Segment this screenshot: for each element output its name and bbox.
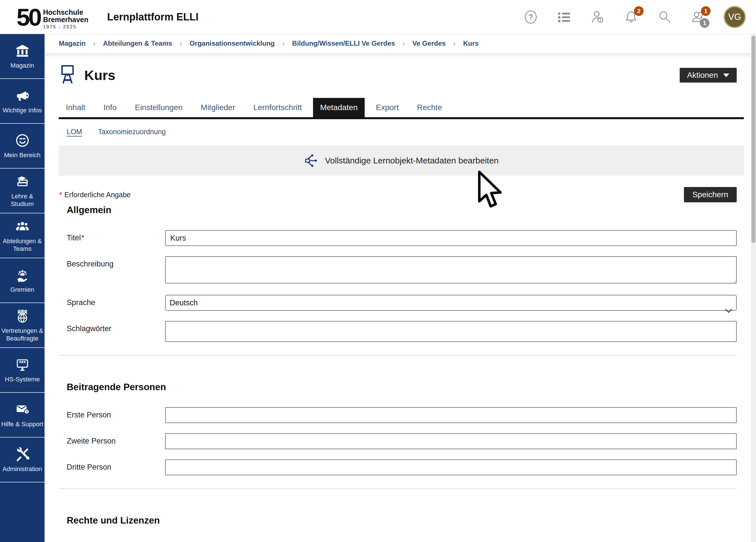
contacts-button[interactable]: 1 1	[690, 9, 706, 25]
search-button[interactable]	[657, 9, 673, 25]
vertical-scrollbar-track[interactable]	[751, 34, 756, 542]
user-status-button[interactable]: !	[590, 9, 606, 25]
tab-rechte[interactable]: Rechte	[410, 98, 449, 117]
section-beitragende: Beitragende Personen	[67, 382, 744, 392]
schlagwoerter-label: Schlagwörter	[59, 321, 165, 333]
logo-line2: Bremerhaven	[43, 16, 89, 23]
zweite-person-label: Zweite Person	[59, 433, 165, 446]
svg-text:!: !	[600, 17, 601, 23]
committee-icon	[15, 267, 30, 283]
app-title: Lernplattform ELLI	[107, 11, 198, 23]
sidebar-item-gremien[interactable]: Gremien	[0, 258, 45, 303]
tab-lernfortschritt[interactable]: Lernfortschritt	[246, 98, 309, 117]
metadata-hub-icon	[304, 153, 319, 168]
breadcrumb-separator: ›	[180, 39, 182, 48]
svg-text:?: ?	[25, 410, 28, 414]
monitor-icon: ***	[15, 357, 30, 373]
user-status-icon: !	[590, 10, 605, 24]
subtab-taxonomiezuordnung[interactable]: Taxonomiezuordnung	[98, 128, 166, 136]
tab-metadaten[interactable]: Metadaten	[313, 98, 365, 117]
tools-icon	[15, 446, 30, 462]
edit-full-metadata-banner[interactable]: Vollständige Lernobjekt-Metadaten bearbe…	[59, 146, 744, 176]
help-icon: ?	[523, 10, 538, 24]
help-button[interactable]: ?	[523, 9, 539, 25]
breadcrumb-separator: ›	[453, 39, 456, 48]
tab-bar: Inhalt Info Einstellungen Mitglieder Ler…	[59, 98, 744, 119]
sidebar-item-hilfe-support[interactable]: ? Hilfe & Support	[0, 393, 45, 438]
breadcrumb-separator: ›	[93, 39, 96, 48]
list-button[interactable]	[556, 9, 572, 25]
banner-label: Vollständige Lernobjekt-Metadaten bearbe…	[325, 156, 499, 165]
bank-icon	[15, 43, 30, 59]
megaphone-icon	[15, 88, 30, 104]
tab-inhalt[interactable]: Inhalt	[59, 98, 93, 117]
sidebar-item-lehre-studium[interactable]: Lehre & Studium	[0, 169, 45, 213]
tab-export[interactable]: Export	[369, 98, 406, 117]
contacts-badge-bottom: 1	[700, 18, 709, 28]
sidebar-item-mein-bereich[interactable]: Mein Bereich	[0, 124, 45, 169]
breadcrumb-link[interactable]: Abteilungen & Teams	[103, 39, 172, 47]
sidebar-item-administration[interactable]: Administration	[0, 438, 45, 482]
breadcrumb-link[interactable]: Bildung/Wissen/ELLI Ve Gerdes	[292, 39, 395, 47]
beschreibung-textarea[interactable]	[165, 256, 737, 283]
breadcrumb-current[interactable]: Kurs	[463, 39, 479, 47]
actions-button[interactable]: Aktionen	[680, 68, 737, 83]
zweite-person-input[interactable]	[165, 433, 737, 449]
tab-info[interactable]: Info	[96, 98, 124, 117]
titel-required-asterisk: *	[81, 234, 85, 242]
sidebar-item-magazin[interactable]: Magazin	[0, 34, 45, 79]
language-select[interactable]: Deutsch	[165, 295, 737, 311]
breadcrumb-link[interactable]: Magazin	[59, 39, 86, 47]
titel-label: Titel*	[59, 230, 165, 242]
field-row-sprache: Sprache Deutsch	[59, 295, 744, 311]
dritte-person-input[interactable]	[165, 459, 737, 475]
breadcrumb-divider	[45, 53, 756, 56]
field-row-zweite-person: Zweite Person	[59, 433, 744, 449]
tab-einstellungen[interactable]: Einstellungen	[128, 98, 190, 117]
breadcrumb-link[interactable]: Organisationsentwicklung	[190, 39, 275, 47]
notifications-badge: 2	[634, 6, 644, 16]
save-button[interactable]: Speichern	[684, 187, 737, 202]
titel-input[interactable]	[165, 230, 737, 246]
beschreibung-label: Beschreibung	[59, 256, 165, 268]
erste-person-input[interactable]	[165, 407, 737, 423]
field-row-titel: Titel*	[59, 230, 744, 246]
main-content: Magazin › Abteilungen & Teams › Organisa…	[45, 34, 756, 542]
field-row-schlagwoerter: Schlagwörter	[59, 321, 744, 342]
university-logo[interactable]: 50 Hochschule Bremerhaven 1975 - 2025	[16, 5, 88, 30]
erste-person-label: Erste Person	[59, 407, 165, 419]
breadcrumb-separator: ›	[402, 39, 405, 48]
mail-help-icon: ?	[15, 402, 30, 417]
logo-years: 1975 - 2025	[43, 25, 89, 30]
vertical-scrollbar-thumb[interactable]	[751, 36, 755, 243]
required-note: *Erforderliche Angabe	[59, 191, 131, 199]
actions-button-label: Aktionen	[687, 71, 718, 80]
breadcrumb-separator: ›	[282, 39, 285, 48]
people-icon	[15, 219, 30, 234]
section-divider	[59, 488, 737, 489]
tab-mitglieder[interactable]: Mitglieder	[194, 98, 242, 117]
books-icon	[15, 174, 30, 190]
breadcrumb-link[interactable]: Ve Gerdes	[412, 39, 446, 47]
chevron-down-icon	[723, 73, 729, 77]
schlagwoerter-input[interactable]	[165, 321, 737, 342]
field-row-dritte-person: Dritte Person	[59, 459, 744, 475]
subtab-lom[interactable]: LOM	[67, 128, 82, 136]
sidebar: Magazin Wichtige Infos Mein Bereich Lehr…	[0, 34, 45, 542]
svg-text:***: ***	[19, 360, 26, 366]
page-title: Kurs	[84, 68, 115, 83]
sidebar-item-hs-systeme[interactable]: *** HS-Systeme	[0, 348, 45, 393]
section-rechte: Rechte und Lizenzen	[67, 515, 744, 526]
sidebar-item-abteilungen-teams[interactable]: Abteilungen & Teams	[0, 213, 45, 258]
svg-text:?: ?	[528, 12, 533, 21]
required-asterisk: *	[59, 191, 62, 199]
app-window: 50 Hochschule Bremerhaven 1975 - 2025 Le…	[0, 0, 756, 542]
sidebar-item-wichtige-infos[interactable]: Wichtige Infos	[0, 79, 45, 124]
logo-line1: Hochschule	[43, 9, 89, 16]
list-icon	[557, 10, 572, 24]
sidebar-item-vertretungen[interactable]: Vertretungen & Beauftragte	[0, 303, 45, 348]
avatar[interactable]: VG	[724, 6, 746, 28]
sidebar-filler	[0, 482, 45, 542]
logo-50-text: 50	[16, 5, 40, 29]
notifications-button[interactable]: 2	[623, 9, 639, 25]
